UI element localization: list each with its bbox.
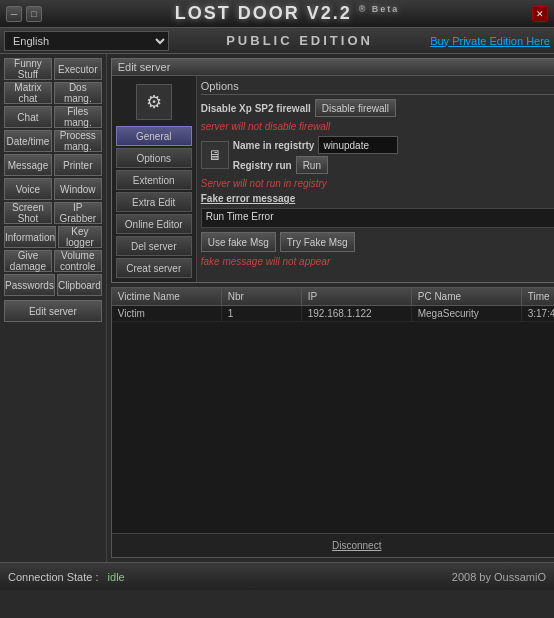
sidebar-row-10: Passwords Clipboard	[4, 274, 102, 296]
registry-name-input[interactable]	[318, 136, 398, 154]
nav-del-server[interactable]: Del server	[116, 236, 192, 256]
sidebar-clipboard[interactable]: Clipboard	[57, 274, 102, 296]
col-header-pc: PC Name	[412, 288, 522, 305]
main-area: Funny Stuff Executor Matrix chat Dos man…	[0, 54, 554, 562]
options-panel: Options Disable Xp SP2 firewall Disable …	[197, 76, 554, 282]
col-header-name: Victime Name	[112, 288, 222, 305]
sidebar-row-7: Screen Shot IP Grabber	[4, 202, 102, 224]
sidebar-window[interactable]: Window	[54, 178, 102, 200]
title-bar: ─ □ LOST DOOR V2.2 ® Beta ✕	[0, 0, 554, 28]
registry-warning-row: Server will not run in registry	[201, 178, 554, 189]
registry-warning: Server will not run in registry	[201, 178, 327, 189]
content-area: Edit server ⚙ General Options Extention …	[107, 54, 554, 562]
disable-firewall-label: Disable Xp SP2 firewall	[201, 103, 311, 114]
sidebar-row-3: Chat Files mang.	[4, 106, 102, 128]
sidebar-row-9: Give damage Volume controle	[4, 250, 102, 272]
app-title: LOST DOOR V2.2 ® Beta	[42, 3, 532, 24]
disable-firewall-row: Disable Xp SP2 firewall Disable firewall	[201, 99, 554, 117]
beta-badge: ® Beta	[359, 4, 400, 14]
sidebar-row-8: Information Key logger	[4, 226, 102, 248]
window-controls[interactable]: ─ □	[6, 6, 42, 22]
cell-time: 3:17:43 PM	[522, 306, 554, 321]
status-bar: Connection State : idle 2008 by OussamiO	[0, 562, 554, 590]
disconnect-link[interactable]: Disconnect	[332, 540, 381, 551]
sidebar-ip-grabber[interactable]: IP Grabber	[54, 202, 102, 224]
fake-error-title: Fake error message	[201, 193, 296, 204]
connection-value: idle	[108, 571, 125, 583]
sidebar-files-mang[interactable]: Files mang.	[54, 106, 102, 128]
cell-victim-name: Victim	[112, 306, 222, 321]
sidebar-message[interactable]: Message	[4, 154, 52, 176]
registry-row: 🖥 Name in registrty Registry run Run	[201, 136, 554, 174]
options-title: Options	[201, 80, 554, 95]
disable-firewall-button[interactable]: Disable firewall	[315, 99, 396, 117]
table-row[interactable]: Victim 1 192.168.1.122 MegaSecurity 3:17…	[112, 306, 554, 322]
table-body: Victim 1 192.168.1.122 MegaSecurity 3:17…	[112, 306, 554, 533]
cell-pc-name: MegaSecurity	[412, 306, 522, 321]
sidebar-process-mang[interactable]: Process mang.	[54, 130, 102, 152]
try-fake-msg-button[interactable]: Try Fake Msg	[280, 232, 355, 252]
firewall-warning: server will not disable firewall	[201, 121, 331, 132]
language-select[interactable]: English	[4, 31, 169, 51]
table-header: Victime Name Nbr IP PC Name Time	[112, 288, 554, 306]
sidebar-volume-controle[interactable]: Volume controle	[54, 250, 102, 272]
sidebar-chat[interactable]: Chat	[4, 106, 52, 128]
fake-warning: fake message will not appear	[201, 256, 331, 267]
disconnect-bar: Disconnect	[112, 533, 554, 557]
col-header-ip: IP	[302, 288, 412, 305]
nav-extention[interactable]: Extention	[116, 170, 192, 190]
nav-creat-server[interactable]: Creat server	[116, 258, 192, 278]
sidebar-row-4: Date/time Process mang.	[4, 130, 102, 152]
sidebar-edit-server[interactable]: Edit server	[4, 300, 102, 322]
sidebar-executor[interactable]: Executor	[54, 58, 102, 80]
title-text: LOST DOOR V2.2	[175, 3, 352, 23]
nav-general[interactable]: General	[116, 126, 192, 146]
col-header-nbr: Nbr	[222, 288, 302, 305]
connection-label: Connection State :	[8, 571, 99, 583]
sidebar-passwords[interactable]: Passwords	[4, 274, 55, 296]
minimize-button[interactable]: ─	[6, 6, 22, 22]
sidebar-row-1: Funny Stuff Executor	[4, 58, 102, 80]
name-registry-label: Name in registrty	[233, 140, 315, 151]
nav-extra-edit[interactable]: Extra Edit	[116, 192, 192, 212]
edit-nav: ⚙ General Options Extention Extra Edit O…	[112, 76, 197, 282]
sidebar-key-logger[interactable]: Key logger	[58, 226, 102, 248]
sidebar-voice[interactable]: Voice	[4, 178, 52, 200]
buy-private-link[interactable]: Buy Private Edition Here	[430, 35, 550, 47]
sidebar-give-damage[interactable]: Give damage	[4, 250, 52, 272]
edit-server-panel: Edit server ⚙ General Options Extention …	[111, 58, 554, 283]
sidebar-dos-mang[interactable]: Dos mang.	[54, 82, 102, 104]
copyright: 2008 by OussamiO	[452, 571, 546, 583]
col-header-time: Time	[522, 288, 554, 305]
gear-icon: ⚙	[146, 91, 162, 113]
maximize-button[interactable]: □	[26, 6, 42, 22]
registry-icon: 🖥	[201, 141, 229, 169]
run-button[interactable]: Run	[296, 156, 328, 174]
sidebar-row-2: Matrix chat Dos mang.	[4, 82, 102, 104]
registry-run-label: Registry run	[233, 160, 292, 171]
sidebar-matrix-chat[interactable]: Matrix chat	[4, 82, 52, 104]
sidebar-datetime[interactable]: Date/time	[4, 130, 52, 152]
fake-error-input-row: Run Time Error	[201, 208, 554, 228]
fake-warning-row: fake message will not appear	[201, 256, 554, 267]
sidebar-funny-stuff[interactable]: Funny Stuff	[4, 58, 52, 80]
fake-error-title-row: Fake error message	[201, 193, 554, 204]
fake-error-input[interactable]: Run Time Error	[201, 208, 554, 228]
sidebar-screenshot[interactable]: Screen Shot	[4, 202, 52, 224]
sidebar-information[interactable]: Information	[4, 226, 56, 248]
sidebar: Funny Stuff Executor Matrix chat Dos man…	[0, 54, 107, 562]
edit-server-title: Edit server	[112, 59, 554, 76]
connection-state: Connection State : idle	[8, 571, 125, 583]
table-section: Victime Name Nbr IP PC Name Time Victim …	[111, 287, 554, 558]
use-fake-msg-button[interactable]: Use fake Msg	[201, 232, 276, 252]
cell-ip: 192.168.1.122	[302, 306, 412, 321]
sidebar-printer[interactable]: Printer	[54, 154, 102, 176]
nav-options[interactable]: Options	[116, 148, 192, 168]
close-button[interactable]: ✕	[532, 6, 548, 22]
cell-nbr: 1	[222, 306, 302, 321]
registry-name-group: Name in registrty Registry run Run	[233, 136, 399, 174]
nav-online-editor[interactable]: Online Editor	[116, 214, 192, 234]
firewall-warning-row: server will not disable firewall	[201, 121, 554, 132]
menu-bar: English PUBLIC EDITION Buy Private Editi…	[0, 28, 554, 54]
sidebar-row-6: Voice Window	[4, 178, 102, 200]
